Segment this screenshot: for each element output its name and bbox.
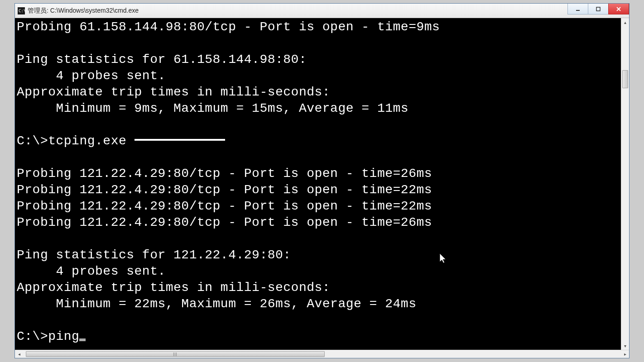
close-button[interactable] [608,4,629,14]
window-controls [568,4,629,14]
output-line: Probing 121.22.4.29:80/tcp - Port is ope… [17,215,432,229]
terminal-output[interactable]: Probing 61.158.144.98:80/tcp - Port is o… [15,18,621,350]
output-line: Approximate trip times in milli-seconds: [17,281,330,295]
svg-rect-2 [576,10,580,11]
scroll-up-arrow[interactable]: ▴ [621,18,629,26]
terminal-area: Probing 61.158.144.98:80/tcp - Port is o… [15,18,629,350]
text-cursor [79,338,86,341]
vertical-scrollbar[interactable]: ▴ ▾ [621,18,629,350]
horizontal-scrollbar[interactable]: ◂ ▸ [15,350,629,358]
horizontal-scroll-track[interactable] [23,350,621,358]
minimize-button[interactable] [567,4,588,14]
cmd-window: C:\ 管理员: C:\Windows\system32\cmd.exe Pro… [14,3,630,358]
output-line: 4 probes sent. [17,264,166,278]
output-line: 4 probes sent. [17,69,166,83]
vertical-scroll-thumb[interactable] [622,70,628,88]
scroll-left-arrow[interactable]: ◂ [15,350,23,358]
horizontal-scroll-thumb[interactable] [26,351,325,357]
output-line: Approximate trip times in milli-seconds: [17,85,330,99]
output-line: Minimum = 9ms, Maximum = 15ms, Average =… [17,101,409,115]
maximize-button[interactable] [588,4,609,14]
output-line: Probing 61.158.144.98:80/tcp - Port is o… [17,20,440,34]
output-line: Ping statistics for 61.158.144.98:80: [17,52,307,67]
svg-text:C:\: C:\ [19,9,25,13]
prompt-line: C:\>ping [17,329,86,343]
cmd-icon: C:\ [18,7,25,14]
output-line: Probing 121.22.4.29:80/tcp - Port is ope… [17,199,432,213]
titlebar[interactable]: C:\ 管理员: C:\Windows\system32\cmd.exe [15,4,629,18]
output-line: Ping statistics for 121.22.4.29:80: [17,248,291,262]
redacted-hostname [135,139,225,141]
scroll-right-arrow[interactable]: ▸ [621,350,629,358]
scroll-down-arrow[interactable]: ▾ [621,342,629,350]
window-title: 管理员: C:\Windows\system32\cmd.exe [28,7,139,15]
output-line: C:\>tcping.exe [17,134,225,148]
output-line: Probing 121.22.4.29:80/tcp - Port is ope… [17,167,432,181]
output-line: Probing 121.22.4.29:80/tcp - Port is ope… [17,183,432,197]
svg-rect-3 [596,7,600,11]
output-line: Minimum = 22ms, Maximum = 26ms, Average … [17,297,416,311]
